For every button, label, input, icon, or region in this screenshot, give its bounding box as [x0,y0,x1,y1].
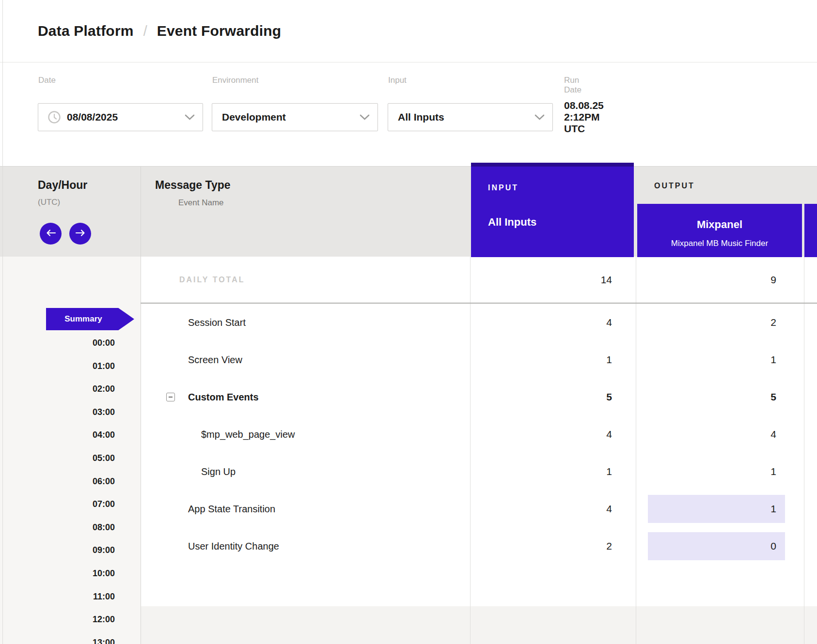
collapse-minus-icon [169,397,173,398]
table-row: App State Transition 4 1 [0,490,817,527]
sidebar-hour-label[interactable]: 11:00 [0,590,115,603]
sidebar-hour-label[interactable]: 02:00 [0,383,115,395]
input-count-cell: 4 [470,490,636,527]
output-count-cell: 4 [636,415,804,453]
sidebar-hour-label[interactable]: 03:00 [0,406,115,418]
output-count-cell: 5 [636,378,804,415]
output-count-cell: 0 [636,527,804,565]
sidebar-hour-label[interactable]: 05:00 [0,452,115,464]
table-row: User Identity Change 2 0 [0,527,817,565]
sidebar-hour-label[interactable]: 07:00 [0,498,115,510]
event-name-label: Custom Events [188,391,259,402]
output-count-cell: 2 [636,304,804,341]
input-count-cell: 4 [470,304,636,341]
sidebar-hour-label[interactable]: 13:00 [0,636,115,644]
sidebar-hour-label[interactable]: 08:00 [0,521,115,534]
breadcrumb: Data Platform / Event Forwarding [0,0,817,62]
sidebar-hour-label[interactable]: 01:00 [0,360,115,372]
input-count-cell: 1 [470,453,636,490]
event-name-label: $mp_web_page_view [201,429,295,440]
input-count-cell: 2 [470,527,636,565]
sidebar-hour-label[interactable]: 04:00 [0,429,115,441]
event-name-label: Session Start [188,317,246,328]
input-count-cell: 4 [470,415,636,453]
event-name-label: App State Transition [188,503,275,514]
sidebar-hour-label[interactable]: 06:00 [0,475,115,488]
output-count-cell: 1 [636,341,804,378]
collapse-minus-button[interactable] [166,393,175,401]
output-count-cell: 1 [636,490,804,527]
output-count-cell: 1 [636,453,804,490]
input-count-cell: 1 [470,341,636,378]
table-row: Sign Up 1 1 [0,453,817,490]
sidebar-summary-flag[interactable]: Summary [46,308,134,330]
sidebar-hour-label[interactable]: 00:00 [0,337,115,349]
event-forwarding-page: Data Platform / Event Forwarding Date 08… [0,0,817,644]
event-name-label: Sign Up [201,466,236,477]
sidebar-hour-label[interactable]: 09:00 [0,544,115,556]
table-row: $mp_web_page_view 4 4 [0,415,817,453]
page-left-border [2,0,3,644]
breadcrumb-section[interactable]: Data Platform [38,23,134,39]
table-row: Custom Events 5 5 [0,378,817,415]
sidebar-hour-label[interactable]: 12:00 [0,613,115,626]
event-name-label: User Identity Change [188,540,279,552]
sidebar-hour-label[interactable]: 10:00 [0,567,115,580]
page-title: Event Forwarding [157,23,282,39]
table-row: Screen View 1 1 [0,341,817,378]
breadcrumb-separator: / [143,23,147,39]
event-name-label: Screen View [188,354,242,365]
input-count-cell: 5 [470,378,636,415]
